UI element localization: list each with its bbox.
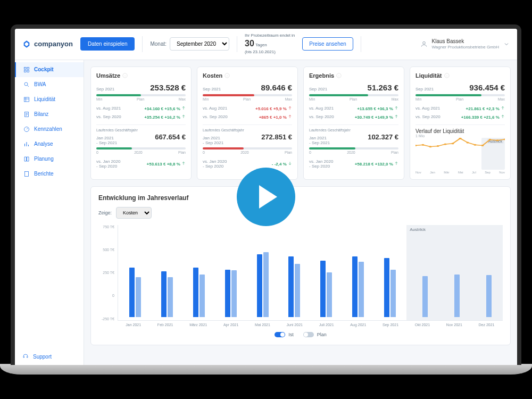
bar-ist — [161, 271, 167, 317]
cmp-value: +35.254 € — [144, 115, 163, 120]
bar-plan — [454, 275, 460, 318]
cmp-pct: +149,9 % — [375, 115, 393, 120]
cmp-value: +5.016 € — [255, 106, 272, 111]
month-dropdown[interactable]: September 2020 — [170, 37, 229, 51]
x-tick: Aug 2021 — [350, 323, 366, 327]
spark-month: Jan — [430, 171, 435, 174]
ytd-title: Laufendes Geschäftsjahr — [309, 128, 398, 132]
bar-plan — [390, 270, 396, 318]
svg-point-0 — [422, 41, 425, 44]
nav-bilanz[interactable]: Bilanz — [15, 107, 84, 122]
pricing-button[interactable]: Preise ansehen — [302, 37, 353, 51]
arrow-up-icon — [394, 161, 398, 165]
play-video-button[interactable] — [237, 168, 295, 226]
svg-point-19 — [451, 143, 454, 144]
svg-point-22 — [473, 144, 476, 145]
nav-label: Liquidität — [34, 96, 55, 102]
y-tick: -250 T€ — [98, 317, 114, 321]
spark-ylabel: 1 Mio — [415, 134, 505, 138]
trial-prefix: Ihr Probezeitraum endet in — [245, 33, 295, 38]
nav-bwa[interactable]: BWA — [15, 77, 84, 92]
cmp-label: vs. Sep 2020 — [96, 114, 121, 119]
gauge — [415, 94, 505, 96]
kpi-value: 936.454 € — [469, 83, 505, 92]
nav-label: Kennzahlen — [34, 126, 62, 132]
chart-metric-dropdown[interactable]: Kosten — [116, 207, 152, 219]
x-tick: Sep 2021 — [383, 323, 398, 327]
cmp-label: vs. Sep 2020 — [309, 114, 334, 119]
ytd-value: 102.327 € — [368, 133, 398, 141]
import-data-button[interactable]: Daten einspielen — [80, 37, 135, 51]
ytd-cmp-pct: -2,4 % — [275, 162, 287, 167]
book-icon — [23, 156, 30, 162]
kpi-card: Kosten Sep 202189.646 € MinPlanMax vs. A… — [197, 66, 298, 180]
bar-ist — [225, 270, 230, 318]
nav-support[interactable]: Support — [15, 348, 84, 365]
bar-group — [352, 225, 364, 320]
gauge — [96, 147, 186, 149]
ytd-cmp-label: vs. Jan 2020 - Sep 2020 — [96, 159, 120, 169]
bar-group — [193, 225, 205, 320]
gauge-max: Max — [285, 97, 292, 101]
bar-ist — [193, 268, 198, 317]
info-icon — [122, 73, 128, 78]
bar-plan — [168, 277, 173, 317]
x-tick: Juni 2021 — [287, 323, 303, 327]
svg-rect-4 — [27, 70, 29, 72]
brand-text: companyon — [34, 40, 73, 48]
cmp-label: vs. Sep 2020 — [203, 114, 228, 119]
nav-planung[interactable]: Planung — [15, 152, 84, 167]
info-icon — [336, 73, 342, 78]
gauge-plan: Plan — [243, 97, 251, 101]
nav-liquiditaet[interactable]: Liquidität — [15, 92, 84, 107]
user-icon — [420, 40, 428, 48]
user-menu[interactable]: Klaus Bassek Wagner Produktionsbetriebe … — [420, 38, 510, 50]
kpi-title: Liquidität — [415, 72, 442, 79]
arrow-up-icon — [394, 106, 398, 110]
x-tick: Juli 2021 — [319, 323, 334, 327]
ytd-left: 2020 — [134, 151, 143, 154]
ytd-cmp-label: vs. Jan 2020 - Sep 2020 — [203, 159, 227, 169]
toggle-plan[interactable] — [303, 332, 314, 337]
search-icon — [23, 81, 30, 88]
logo-icon — [22, 40, 31, 48]
bar-group — [480, 225, 492, 320]
arrow-up-icon — [288, 114, 292, 119]
bar-group — [129, 225, 141, 320]
report-icon — [23, 171, 30, 177]
chart-title: Entwicklung im Jahresverlauf — [98, 194, 503, 202]
y-tick: 750 T€ — [98, 225, 114, 229]
trial-until: (bis 23.10.2021) — [245, 49, 295, 55]
gauge-max: Max — [392, 97, 398, 101]
bar-ist — [352, 256, 358, 318]
headset-icon — [22, 353, 29, 360]
nav-cockpit[interactable]: Cockpit — [15, 62, 84, 77]
nav-label: Berichte — [34, 171, 54, 177]
bar-plan — [231, 270, 237, 317]
support-label: Support — [33, 354, 52, 360]
bar-ist — [257, 254, 262, 317]
bar-plan — [263, 252, 269, 317]
trial-days: 30 — [245, 39, 254, 48]
laptop-base — [0, 364, 532, 375]
ytd-cmp-value: +58.218 € — [355, 162, 374, 167]
toggle-ist[interactable] — [275, 332, 285, 337]
svg-point-24 — [488, 139, 491, 140]
divider — [237, 36, 237, 52]
nav-analyse[interactable]: Analyse — [15, 137, 84, 152]
arrow-up-icon — [181, 161, 186, 165]
gauge — [309, 94, 398, 96]
kpi-card: Umsätze Sep 2021253.528 € MinPlanMax vs.… — [90, 66, 192, 180]
nav-berichte[interactable]: Berichte — [15, 167, 84, 181]
x-tick: Dez 2021 — [479, 323, 495, 327]
arrow-down-icon — [288, 161, 292, 165]
cmp-pct: +5,9 % — [273, 106, 287, 111]
nav-kennzahlen[interactable]: Kennzahlen — [15, 122, 84, 137]
bars-icon — [23, 141, 30, 147]
arrow-up-icon — [501, 106, 505, 110]
gauge-max: Max — [498, 97, 505, 101]
x-tick: Apr 2021 — [223, 323, 238, 327]
bar-plan — [295, 264, 300, 317]
x-tick: Mai 2021 — [255, 323, 270, 327]
chart-plot: Ausblick — [118, 225, 503, 321]
